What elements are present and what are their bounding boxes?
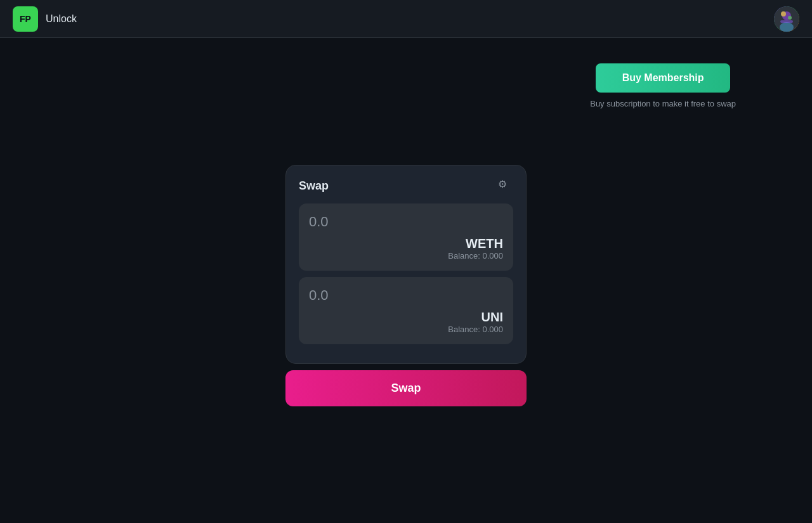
token-from-info: WETH Balance: 0.000: [309, 236, 503, 261]
token-to-balance: Balance: 0.000: [448, 325, 503, 334]
svg-point-3: [781, 11, 786, 16]
swap-card: Swap ⚙ WETH Balance: 0.000 UNI Balance: …: [285, 165, 527, 364]
avatar[interactable]: [774, 6, 799, 32]
token-to-info: UNI Balance: 0.000: [309, 310, 503, 334]
token-from-input[interactable]: [309, 214, 503, 230]
settings-icon[interactable]: ⚙: [498, 178, 513, 193]
svg-rect-5: [780, 20, 793, 23]
subscription-subtitle: Buy subscription to make it free to swap: [590, 99, 736, 108]
swap-header: Swap ⚙: [299, 178, 513, 193]
navbar-left: FP Unlock: [13, 6, 77, 32]
swap-title: Swap: [299, 179, 329, 193]
token-from-name: WETH: [466, 236, 503, 251]
token-to-input[interactable]: [309, 287, 503, 304]
token-to-box: UNI Balance: 0.000: [299, 277, 513, 344]
token-from-box: WETH Balance: 0.000: [299, 203, 513, 271]
navbar: FP Unlock: [0, 0, 812, 38]
buy-membership-button[interactable]: Buy Membership: [596, 63, 730, 93]
swap-container: Swap ⚙ WETH Balance: 0.000 UNI Balance: …: [285, 165, 527, 406]
svg-point-4: [788, 16, 792, 20]
swap-button[interactable]: Swap: [285, 370, 527, 406]
membership-section: Buy Membership Buy subscription to make …: [590, 63, 736, 108]
main-content: Buy Membership Buy subscription to make …: [0, 38, 812, 523]
logo-icon: FP: [13, 6, 38, 32]
nav-title: Unlock: [46, 13, 77, 25]
token-to-name: UNI: [481, 310, 503, 325]
token-from-balance: Balance: 0.000: [448, 251, 503, 261]
